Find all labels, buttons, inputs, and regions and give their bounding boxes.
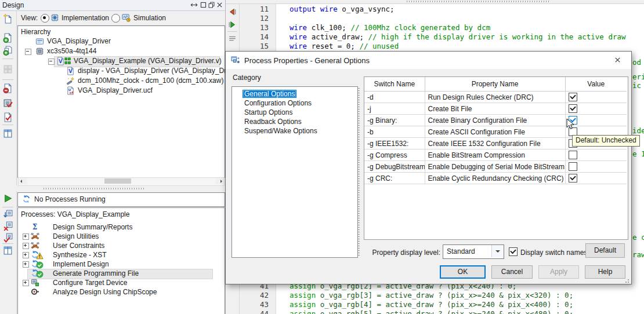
previous-marker-icon[interactable] (227, 7, 238, 17)
display-switch-names-label[interactable]: Display switch names (520, 249, 587, 257)
process-item-label[interactable]: Design Utilities (53, 232, 99, 241)
toolbar-divider (2, 79, 13, 80)
property-display-level-select[interactable]: Standard (443, 244, 504, 259)
category-item-label[interactable]: Startup Options (243, 108, 294, 116)
tree-expander[interactable] (23, 280, 29, 286)
process-item-7[interactable]: Analyze Design Using ChipScope (18, 287, 223, 297)
category-item-label[interactable]: Configuration Options (243, 99, 313, 107)
tree-expander[interactable] (23, 233, 29, 240)
code-line-12: 12 (240, 14, 290, 23)
column-header: Property Name (425, 77, 565, 92)
default-button[interactable]: Default (585, 243, 625, 258)
run-icon[interactable] (3, 193, 13, 204)
process-item-3[interactable]: Synthesize - XST (18, 250, 223, 260)
value-checkbox-6[interactable] (569, 162, 577, 171)
cancel-button[interactable]: Cancel (491, 265, 533, 279)
category-item-2[interactable]: Startup Options (232, 108, 294, 117)
hierarchy-item-1[interactable]: xc3s50a-4tq144 (18, 46, 223, 56)
rerun-check-icon[interactable] (3, 233, 13, 243)
hierarchy-item-label[interactable]: VGA_Display_Example (VGA_Display_Driver.… (74, 56, 222, 66)
scroll-left-button[interactable] (19, 178, 27, 184)
process-item-5[interactable]: Generate Programming File (18, 269, 223, 278)
restore-icon[interactable] (208, 1, 216, 9)
hierarchy-item-2[interactable]: VVGA_Display_Example (VGA_Display_Driver… (18, 56, 223, 66)
chevron-down-icon[interactable] (491, 245, 504, 257)
dialog-title: Process Properties - General Options (244, 56, 370, 65)
simulation-label[interactable]: Simulation (133, 14, 166, 22)
new-source-icon[interactable] (3, 14, 13, 24)
process-item-1[interactable]: Design Utilities (18, 232, 223, 241)
simulation-radio[interactable] (111, 14, 120, 23)
process-item-label[interactable]: Design Summary/Reports (53, 222, 132, 232)
hierarchy-item-label[interactable]: VGA_Display_Driver (47, 36, 111, 46)
hierarchy-item-3[interactable]: Vdisplay - VGA_Display_Driver (VGA_Displ… (18, 66, 223, 76)
implementation-radio[interactable] (41, 14, 49, 23)
next-marker-icon[interactable] (227, 20, 238, 30)
process-item-6[interactable]: Configure Target Device (18, 278, 223, 287)
process-item-label[interactable]: Implement Design (53, 260, 109, 269)
hierarchy-item-5[interactable]: UcfVGA_Display_Driver.ucf (18, 86, 223, 96)
dialog-titlebar[interactable]: Process Properties - General Options (226, 52, 631, 69)
hierarchy-item-label[interactable]: xc3s50a-4tq144 (47, 46, 96, 56)
category-item-label[interactable]: Suspend/Wake Options (243, 127, 319, 135)
process-item-2[interactable]: User Constraints (18, 241, 223, 250)
value-checkbox-5[interactable] (569, 151, 577, 159)
process-item-label[interactable]: User Constraints (53, 241, 104, 250)
category-item-0[interactable]: General Options (232, 89, 296, 98)
tree-expander[interactable] (25, 49, 31, 55)
tree-expander[interactable] (23, 261, 29, 268)
process-item-4[interactable]: Implement Design (18, 260, 223, 269)
file-check-icon[interactable] (3, 112, 13, 123)
hierarchy-item-4[interactable]: dcm_100Mhz_clock - dcm_100 (dcm_100.xaw) (18, 76, 223, 86)
chip-check-icon[interactable] (3, 98, 13, 109)
dialog-close-icon[interactable] (609, 54, 626, 67)
resize-grip[interactable] (625, 278, 630, 283)
scrollbar-thumb[interactable] (104, 178, 131, 184)
float-icon[interactable] (190, 1, 198, 9)
remove-source-icon[interactable] (3, 83, 13, 94)
category-item-3[interactable]: Readback Options (232, 117, 303, 126)
implementation-label[interactable]: Implementation (61, 14, 109, 22)
add-copy-icon[interactable] (3, 46, 13, 56)
scroll-right-button[interactable] (216, 178, 224, 184)
clipped-code-fragment: e c (632, 233, 644, 242)
process-item-label[interactable]: Analyze Design Using ChipScope (53, 287, 157, 297)
line-tools-icon[interactable] (227, 34, 238, 44)
columns-icon[interactable] (3, 129, 13, 139)
property-display-level-value: Standard (447, 247, 475, 255)
category-item-4[interactable]: Suspend/Wake Options (232, 126, 319, 136)
maximize-icon[interactable] (200, 1, 208, 9)
property-row-5: -g CompressEnable BitStream Compression (364, 149, 627, 161)
hierarchy-hscrollbar[interactable] (18, 177, 225, 186)
category-item-1[interactable]: Configuration Options (232, 98, 313, 108)
hierarchy-item-label[interactable]: dcm_100Mhz_clock - dcm_100 (dcm_100.xaw) (78, 76, 223, 86)
process-item-label[interactable]: Configure Target Device (53, 278, 128, 287)
mouse-cursor (566, 118, 575, 132)
value-checkbox-7[interactable] (569, 174, 577, 182)
hierarchy-item-label[interactable]: display - VGA_Display_Driver (VGA_Displa… (78, 66, 245, 76)
process-item-0[interactable]: ΣDesign Summary/Reports (18, 222, 223, 232)
tree-expander[interactable] (23, 243, 29, 249)
dialog-splitter[interactable] (358, 87, 360, 255)
columns-icon[interactable] (3, 246, 13, 256)
help-button[interactable]: Help (585, 265, 625, 279)
category-item-label[interactable]: Readback Options (243, 118, 303, 126)
tree-expander[interactable] (48, 59, 55, 65)
process-item-label[interactable]: Synthesize - XST (53, 250, 107, 260)
hierarchy-item-label[interactable]: VGA_Display_Driver.ucf (78, 86, 153, 96)
editor-top-splitter[interactable] (226, 0, 644, 4)
panel-splitter-handle[interactable] (44, 188, 145, 189)
process-item-label[interactable]: Generate Programming File (53, 269, 139, 278)
ok-button[interactable]: OK (440, 265, 486, 279)
display-switch-names-checkbox[interactable] (509, 247, 518, 256)
hierarchy-item-0[interactable]: VGA_Display_Driver (18, 36, 223, 46)
add-source-icon[interactable] (3, 33, 13, 43)
close-icon[interactable] (216, 1, 224, 9)
category-item-label[interactable]: General Options (243, 90, 296, 98)
property-display-level-label: Property display level: (330, 249, 440, 257)
value-checkbox-1[interactable] (569, 104, 577, 113)
rerun-x-icon[interactable] (3, 221, 13, 232)
rerun-icon[interactable] (3, 210, 13, 220)
tree-expander[interactable] (23, 252, 29, 258)
value-checkbox-0[interactable] (569, 93, 577, 101)
